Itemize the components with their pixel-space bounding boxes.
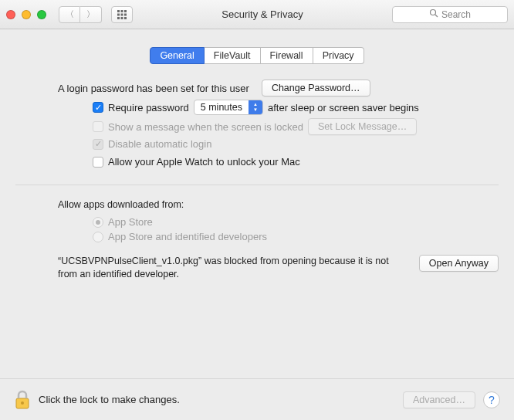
minimize-icon[interactable] bbox=[22, 10, 31, 19]
password-set-label: A login password has been set for this u… bbox=[58, 83, 249, 94]
svg-rect-8 bbox=[124, 17, 127, 19]
gatekeeper-option-appstore-row: App Store bbox=[93, 216, 499, 228]
close-icon[interactable] bbox=[6, 10, 15, 19]
change-password-button[interactable]: Change Password… bbox=[262, 80, 370, 97]
password-set-row: A login password has been set for this u… bbox=[58, 80, 499, 97]
gatekeeper-option-identified-row: App Store and identified developers bbox=[93, 231, 499, 242]
require-password-delay-select[interactable]: 5 minutes bbox=[194, 100, 263, 115]
help-icon: ? bbox=[489, 394, 495, 406]
open-anyway-button[interactable]: Open Anyway bbox=[419, 255, 499, 272]
tab-firewall[interactable]: Firewall bbox=[261, 47, 313, 64]
blocked-app-message: “UCSBVPNPulseClient_v1.0.pkg” was blocke… bbox=[58, 255, 410, 281]
svg-point-9 bbox=[430, 10, 435, 15]
apple-watch-checkbox[interactable] bbox=[93, 157, 103, 168]
back-button[interactable]: 〈 bbox=[59, 6, 80, 23]
show-message-label: Show a message when the screen is locked bbox=[108, 121, 303, 133]
help-button[interactable]: ? bbox=[483, 391, 500, 408]
search-placeholder: Search bbox=[441, 9, 471, 20]
require-password-row: Require password 5 minutes after sleep o… bbox=[93, 100, 499, 115]
gatekeeper-identified-label: App Store and identified developers bbox=[108, 231, 267, 242]
grid-icon bbox=[117, 9, 127, 20]
divider bbox=[15, 185, 499, 185]
tab-privacy[interactable]: Privacy bbox=[313, 47, 364, 64]
require-password-checkbox[interactable] bbox=[93, 102, 103, 113]
disable-auto-login-row: Disable automatic login bbox=[93, 138, 499, 150]
apple-watch-row: Allow your Apple Watch to unlock your Ma… bbox=[93, 156, 499, 168]
svg-line-10 bbox=[435, 15, 438, 17]
window-controls bbox=[6, 10, 46, 19]
nav-buttons: 〈 〉 bbox=[59, 6, 102, 23]
disable-auto-login-label: Disable automatic login bbox=[108, 138, 211, 150]
apple-watch-label: Allow your Apple Watch to unlock your Ma… bbox=[108, 156, 300, 168]
window-title: Security & Privacy bbox=[139, 8, 386, 20]
svg-rect-4 bbox=[121, 13, 123, 15]
tab-bar: General FileVault Firewall Privacy bbox=[15, 47, 499, 64]
zoom-icon[interactable] bbox=[37, 10, 46, 19]
footer: Click the lock to make changes. Advanced… bbox=[0, 378, 514, 420]
forward-button[interactable]: 〉 bbox=[80, 6, 102, 23]
svg-rect-7 bbox=[121, 17, 123, 19]
svg-rect-3 bbox=[117, 13, 120, 15]
require-password-label: Require password bbox=[108, 102, 189, 113]
after-sleep-label: after sleep or screen saver begins bbox=[268, 102, 419, 113]
tab-filevault[interactable]: FileVault bbox=[205, 47, 261, 64]
advanced-button: Advanced… bbox=[403, 391, 475, 408]
search-icon bbox=[429, 8, 438, 20]
svg-rect-2 bbox=[124, 10, 127, 12]
gatekeeper-header: Allow apps downloaded from: bbox=[58, 199, 499, 210]
svg-rect-0 bbox=[117, 10, 120, 12]
chevron-left-icon: 〈 bbox=[66, 8, 74, 20]
gatekeeper-appstore-radio bbox=[93, 217, 103, 228]
search-input[interactable]: Search bbox=[392, 6, 508, 23]
show-all-button[interactable] bbox=[111, 6, 133, 23]
show-message-row: Show a message when the screen is locked… bbox=[93, 118, 499, 135]
chevron-right-icon: 〉 bbox=[86, 8, 95, 20]
blocked-app-row: “UCSBVPNPulseClient_v1.0.pkg” was blocke… bbox=[58, 255, 499, 281]
titlebar: 〈 〉 Security & Privacy Search bbox=[0, 0, 514, 29]
lock-text: Click the lock to make changes. bbox=[39, 394, 180, 405]
svg-rect-1 bbox=[121, 10, 123, 12]
disable-auto-login-checkbox bbox=[93, 139, 103, 150]
stepper-icon bbox=[249, 100, 262, 114]
lock-icon[interactable] bbox=[14, 390, 31, 410]
gatekeeper-identified-radio bbox=[93, 232, 103, 242]
svg-point-12 bbox=[21, 401, 24, 405]
require-password-delay-value: 5 minutes bbox=[194, 100, 249, 114]
set-lock-message-button: Set Lock Message… bbox=[308, 118, 417, 135]
svg-rect-5 bbox=[124, 13, 127, 15]
svg-rect-6 bbox=[117, 17, 120, 19]
gatekeeper-appstore-label: App Store bbox=[108, 216, 153, 228]
tab-general[interactable]: General bbox=[150, 47, 204, 64]
show-message-checkbox bbox=[93, 121, 103, 132]
content-area: General FileVault Firewall Privacy A log… bbox=[0, 29, 514, 281]
